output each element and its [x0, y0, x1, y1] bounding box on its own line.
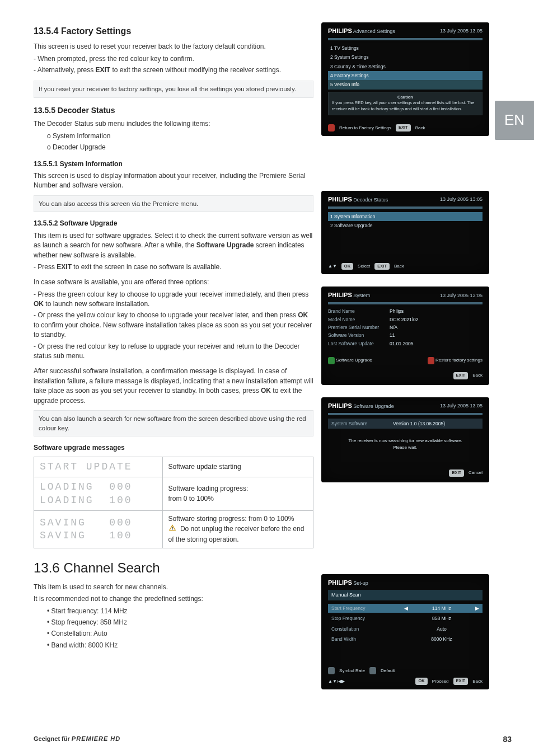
- tv-kv-key: Software Version: [328, 332, 390, 339]
- tv-screenshot-system-info: PHILIPS System 13 July 2005 13:05 Brand …: [321, 287, 489, 384]
- red-key-icon: [328, 124, 335, 132]
- tv-wait-message: The receiver is now searching for new av…: [334, 438, 477, 450]
- red-key-icon: [428, 357, 434, 364]
- exit-key-icon: EXIT: [449, 469, 464, 477]
- seven-seg-display: LOADING 100: [40, 494, 157, 507]
- exit-key-icon: EXIT: [453, 372, 469, 379]
- seven-seg-display: SAVING 000: [40, 516, 157, 529]
- tv-menu-item: 2 Software Upgrade: [328, 221, 483, 230]
- tv-foot-label: Return to Factory Settings: [339, 125, 391, 132]
- tv-subtitle: Manual Scan: [328, 590, 483, 600]
- text: After successful software installation, …: [34, 367, 313, 406]
- footer-brand: PREMIERE HD: [72, 735, 120, 742]
- tv-kv-row: ConstellationAuto: [328, 624, 483, 633]
- tv-screen-title: Software Upgrade: [353, 403, 394, 409]
- heading-1355: 13.5.5 Decoder Status: [34, 105, 313, 116]
- heading-msgs: Software upgrade messages: [34, 443, 313, 453]
- svg-rect-0: [172, 527, 172, 529]
- tv-menu-item: 5 Version Info: [328, 80, 483, 89]
- left-arrow-icon: ◀: [404, 605, 408, 612]
- table-row: LOADING 000 LOADING 100 Software loading…: [34, 477, 313, 511]
- tv-kv-row: Band Width8000 KHz: [328, 635, 483, 644]
- tv-screenshots-column: PHILIPS Advanced Settings 13 July 2005 1…: [321, 22, 489, 689]
- tv-screen-title: Advanced Settings: [353, 29, 395, 34]
- heading-136: 13.6 Channel Search: [34, 558, 313, 578]
- bullet: - Press EXIT to exit the screen in case …: [34, 262, 313, 272]
- tv-kv-value: 114 MHz: [411, 605, 472, 612]
- heading-13552: 13.5.5.2 Software Upgrade: [34, 219, 313, 228]
- tv-kv-key: Brand Name: [328, 308, 390, 314]
- text: This screen is used to display informati…: [34, 171, 313, 191]
- tv-foot-label: Default: [381, 668, 395, 674]
- bullet: - Alternatively, press EXIT to exit the …: [34, 65, 313, 75]
- tv-menu-item-selected: 1 System Information: [328, 212, 483, 221]
- tv-brand: PHILIPS: [328, 579, 352, 586]
- manual-text-column: 13.5.4 Factory Settings This screen is u…: [34, 22, 313, 689]
- text: In case software is available, you are o…: [34, 278, 313, 287]
- seven-seg-display: LOADING 000: [40, 481, 157, 494]
- tv-screenshot-manual-scan: PHILIPS Set-up Manual Scan Start Frequen…: [321, 574, 489, 689]
- table-row: SAVING 000 SAVING 100 Software storing p…: [34, 510, 313, 548]
- text: It is recommended not to change the pred…: [34, 594, 313, 604]
- nav-arrows-icon: ▲▼: [328, 263, 337, 270]
- exit-key-icon: EXIT: [453, 678, 469, 685]
- ok-key-icon: OK: [341, 263, 353, 270]
- bullet: • Start frequency: 114 MHz: [47, 607, 313, 616]
- grey-key-icon: [328, 667, 335, 674]
- tv-kv-value: N/A: [390, 324, 397, 331]
- tv-foot-label: Cancel: [469, 469, 483, 477]
- tv-kv-row: Stop Frequency858 MHz: [328, 614, 483, 623]
- tv-kv-value: 11: [390, 332, 395, 339]
- tv-brand: PHILIPS: [328, 196, 352, 203]
- upgrade-messages-table: START UPDATE Software update starting LO…: [34, 457, 313, 548]
- tv-brand: PHILIPS: [328, 27, 352, 34]
- subitem: o Decoder Upgrade: [47, 143, 313, 152]
- tv-kv-key: System Software: [331, 420, 393, 427]
- tv-foot-label: Software Upgrade: [336, 358, 372, 363]
- tv-datetime: 13 July 2005 13:05: [440, 27, 483, 35]
- msg-desc: Software storing progress: from 0 to 100…: [162, 510, 313, 548]
- tv-menu-item: 1 TV Settings: [328, 44, 483, 53]
- text: The Decoder Status sub menu includes the…: [34, 119, 313, 129]
- seven-seg-display: START UPDATE: [40, 461, 157, 473]
- ok-key-icon: OK: [415, 678, 427, 685]
- tv-kv-row: Software Version11: [328, 332, 483, 339]
- tv-foot-label: Select: [358, 263, 370, 270]
- tv-kv-key: Premiere Serial Number: [328, 324, 390, 331]
- bullet: - When prompted, press the red colour ke…: [34, 54, 313, 64]
- language-tab: EN: [495, 101, 534, 140]
- subitem: o System Information: [47, 132, 313, 141]
- tv-kv-key: Stop Frequency: [331, 615, 404, 622]
- bullet: - Or press the red colour key to refuse …: [34, 342, 313, 361]
- text: This item is used for software upgrades.…: [34, 231, 313, 260]
- tv-kv-row: Brand NamePhilips: [328, 308, 483, 314]
- tv-kv-value: Version 1.0 (13.06.2005): [393, 420, 445, 427]
- msg-desc: Software update starting: [162, 457, 313, 477]
- note-box: You can also launch a search for new sof…: [34, 410, 313, 436]
- tv-foot-label: Restore factory settings: [435, 358, 483, 363]
- tv-menu-item: 2 System Settings: [328, 53, 483, 62]
- bullet: • Stop frequency: 858 MHz: [47, 618, 313, 627]
- bullet: • Constellation: Auto: [47, 629, 313, 638]
- tv-kv-value: 01.01.2005: [390, 340, 414, 347]
- tv-foot-label: Symbol Rate: [339, 668, 365, 674]
- tv-kv-row: Premiere Serial NumberN/A: [328, 324, 483, 331]
- tv-datetime: 13 July 2005 13:05: [440, 196, 483, 203]
- tv-datetime: 13 July 2005 13:05: [440, 292, 483, 299]
- note-box: If you reset your receiver to factory se…: [34, 81, 313, 98]
- msg-desc: Software loading progress: from 0 to 100…: [162, 477, 313, 511]
- bullet: - Or press the yellow colour key to choo…: [34, 311, 313, 340]
- tv-foot-label: Back: [394, 263, 404, 270]
- svg-rect-1: [172, 529, 172, 530]
- seven-seg-display: SAVING 100: [40, 529, 157, 542]
- tv-brand: PHILIPS: [328, 402, 352, 409]
- tv-screenshot-advanced-settings: PHILIPS Advanced Settings 13 July 2005 1…: [321, 22, 489, 136]
- tv-kv-value: DCR 2021/02: [390, 316, 419, 323]
- nav-arrows-icon: ▲▼/◀▶: [328, 678, 345, 685]
- warning-icon: [168, 524, 176, 534]
- tv-kv-row-selected: Start Frequency◀114 MHz▶: [328, 604, 483, 613]
- tv-kv-key: Model Name: [328, 316, 390, 323]
- footer-left-text: Geeignet für: [34, 735, 70, 742]
- bullet: • Band width: 8000 KHz: [47, 641, 313, 650]
- green-key-icon: [328, 357, 335, 364]
